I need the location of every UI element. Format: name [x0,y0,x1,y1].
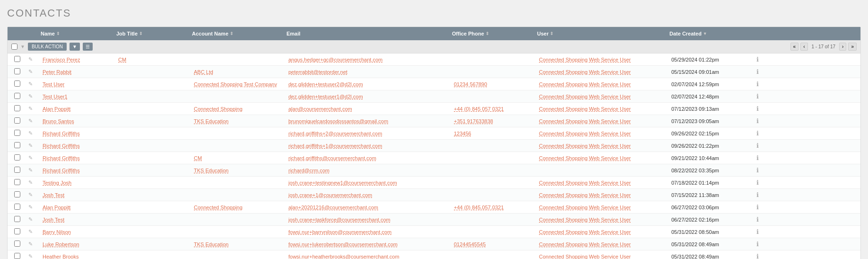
row-checkbox-cell[interactable] [8,92,26,100]
col-job-sort-icon[interactable]: ⇕ [139,31,143,36]
edit-icon[interactable]: ✎ [28,179,33,185]
row-edit-cell[interactable]: ✎ [26,130,41,137]
row-info-cell[interactable]: ℹ [755,105,769,113]
row-name[interactable]: Test User1 [41,93,116,100]
edit-icon[interactable]: ✎ [28,216,33,222]
filter-button[interactable]: ▼ [69,43,80,51]
user-link[interactable]: Connected Shopping Web Service User [539,241,631,247]
contact-name-link[interactable]: Heather Brooks [43,254,78,259]
row-user[interactable]: Connected Shopping Web Service User [537,69,669,75]
email-link[interactable]: brunomiguelcardosodossantos@gmail.com [288,118,388,124]
row-email[interactable]: josh.crane+taskforce@coursemerchant.com [286,216,452,223]
row-name[interactable]: Bruno Santos [41,118,116,125]
row-edit-cell[interactable]: ✎ [26,216,41,223]
row-user[interactable]: Connected Shopping Web Service User [537,118,669,125]
row-edit-cell[interactable]: ✎ [26,80,41,88]
row-checkbox[interactable] [14,93,20,99]
row-checkbox-cell[interactable] [8,154,26,162]
row-checkbox[interactable] [14,105,20,111]
row-email[interactable]: dez.glidden+testuser2@d2l.com [286,81,452,88]
contact-name-link[interactable]: Alan Poppitt [43,205,70,210]
row-edit-cell[interactable]: ✎ [26,191,41,198]
info-icon[interactable]: ℹ [756,167,759,174]
row-info-cell[interactable]: ℹ [755,129,769,137]
email-link[interactable]: fowsi.nur+lukerobertson@coursemerchant.c… [288,241,398,247]
row-checkbox-cell[interactable] [8,105,26,113]
row-user[interactable]: Connected Shopping Web Service User [537,192,669,198]
col-phone-sort-icon[interactable]: ⇕ [486,31,489,36]
row-info-cell[interactable]: ℹ [755,179,769,187]
edit-icon[interactable]: ✎ [28,241,33,247]
contact-name-link[interactable]: Richard Griffiths [43,168,80,173]
row-name[interactable]: Testing Josh [41,179,116,186]
row-checkbox[interactable] [14,56,20,62]
info-icon[interactable]: ℹ [756,142,759,149]
phone-link[interactable]: 01234 567890 [454,81,487,87]
row-checkbox[interactable] [14,167,20,173]
edit-icon[interactable]: ✎ [28,253,33,259]
row-info-cell[interactable]: ℹ [755,80,769,88]
row-checkbox[interactable] [14,191,20,197]
row-info-cell[interactable]: ℹ [755,142,769,150]
row-checkbox-cell[interactable] [8,203,26,211]
row-edit-cell[interactable]: ✎ [26,154,41,161]
row-email[interactable]: angus.hedger+gc@coursemerchant.com [286,56,452,63]
row-user[interactable]: Connected Shopping Web Service User [537,253,669,259]
row-email[interactable]: fowsi.nur+heatherbrooks@coursemerchant.c… [286,253,452,259]
phone-link[interactable]: 123456 [454,131,471,136]
row-email[interactable]: dez.glidden+testuser1@d2l.com [286,93,452,100]
row-name[interactable]: Test User [41,81,116,88]
contact-name-link[interactable]: Richard Griffiths [43,131,80,136]
email-link[interactable]: peterrabbit@testorder.net [288,69,347,75]
last-page-button[interactable]: » [848,43,857,51]
info-icon[interactable]: ℹ [756,179,759,186]
contact-name-link[interactable]: Test User [43,81,64,87]
row-checkbox-cell[interactable] [8,166,26,174]
row-checkbox-cell[interactable] [8,142,26,150]
row-checkbox-cell[interactable] [8,68,26,76]
account-name-link[interactable]: TKS Education [194,168,228,173]
row-checkbox[interactable] [14,142,20,148]
info-icon[interactable]: ℹ [756,253,759,259]
row-name[interactable]: Josh Test [41,192,116,198]
phone-link[interactable]: +351 917633838 [454,118,493,124]
col-account-sort-icon[interactable]: ⇕ [230,31,234,36]
row-account-name[interactable]: TKS Education [192,167,286,174]
row-name[interactable]: Peter Rabbit [41,69,116,75]
row-email[interactable]: alan+20201216@coursemerchant.com [286,204,452,211]
row-user[interactable]: Connected Shopping Web Service User [537,216,669,223]
row-edit-cell[interactable]: ✎ [26,117,41,125]
contact-name-link[interactable]: Alan Poppitt [43,106,70,112]
row-office-phone[interactable]: +44 (0) 845 057 0321 [452,106,537,112]
contact-name-link[interactable]: Richard Griffiths [43,155,80,161]
row-info-cell[interactable]: ℹ [755,215,769,223]
info-icon[interactable]: ℹ [756,105,759,112]
email-link[interactable]: alan+20201216@coursemerchant.com [288,205,378,210]
row-edit-cell[interactable]: ✎ [26,93,41,100]
contact-name-link[interactable]: Barry Nilson [43,229,71,235]
edit-icon[interactable]: ✎ [28,167,33,173]
contact-name-link[interactable]: Francisco Perez [43,57,80,63]
first-page-button[interactable]: « [790,43,799,51]
contact-name-link[interactable]: Test User1 [43,94,68,99]
row-checkbox-cell[interactable] [8,55,26,63]
email-link[interactable]: angus.hedger+gc@coursemerchant.com [288,57,382,63]
phone-link[interactable]: +44 (0) 845.057.0321 [454,205,504,210]
account-name-link[interactable]: TKS Education [194,118,228,124]
row-office-phone[interactable]: +44 (0) 845.057.0321 [452,204,537,211]
columns-button[interactable]: ☰ [83,43,93,51]
info-icon[interactable]: ℹ [756,93,759,100]
row-user[interactable]: Connected Shopping Web Service User [537,93,669,100]
column-header-phone[interactable]: Office Phone ⇕ [452,31,537,36]
row-edit-cell[interactable]: ✎ [26,167,41,174]
column-header-date[interactable]: Date Created ▼ [669,31,755,36]
row-checkbox[interactable] [14,117,20,124]
row-checkbox[interactable] [14,241,20,247]
contact-name-link[interactable]: Josh Test [43,192,64,198]
row-checkbox[interactable] [14,68,20,74]
next-page-button[interactable]: › [839,43,846,51]
row-user[interactable]: Connected Shopping Web Service User [537,81,669,88]
row-edit-cell[interactable]: ✎ [26,253,41,259]
contact-name-link[interactable]: Richard Griffiths [43,143,80,149]
user-link[interactable]: Connected Shopping Web Service User [539,81,631,87]
